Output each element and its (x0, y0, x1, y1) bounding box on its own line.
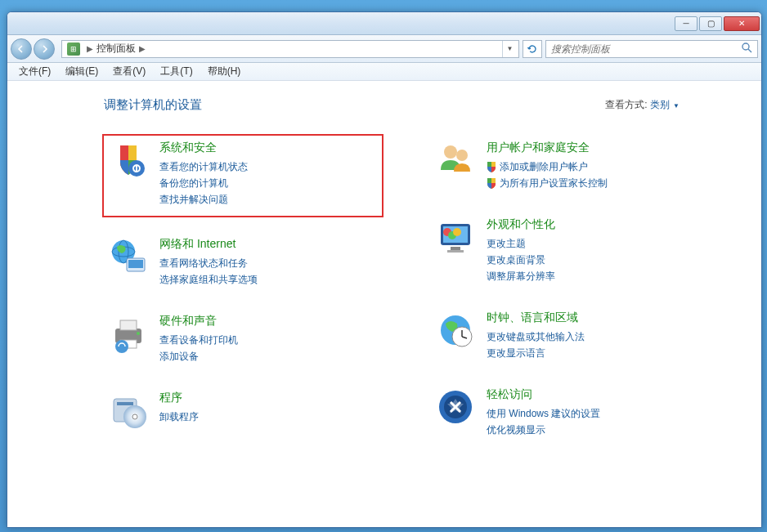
forward-button[interactable] (34, 38, 55, 60)
category-title-link[interactable]: 轻松访问 (487, 387, 704, 402)
close-button[interactable]: ✕ (724, 16, 760, 31)
category-sublink[interactable]: 使用 Windows 建议的设置 (487, 405, 704, 422)
category-sublink[interactable]: 添加或删除用户帐户 (487, 159, 704, 175)
address-dropdown-button[interactable]: ▼ (502, 41, 517, 57)
chevron-down-icon: ▼ (671, 102, 680, 110)
category-system-security: 系统和安全查看您的计算机状态备份您的计算机查找并解决问题 (102, 134, 384, 217)
category-sublink[interactable]: 查看设备和打印机 (159, 332, 377, 348)
categories-right-column: 用户帐户和家庭安全添加或删除用户帐户为所有用户设置家长控制外观和个性化更改主题更… (431, 136, 709, 443)
svg-rect-15 (117, 402, 133, 405)
category-sublink[interactable]: 查找并解决问题 (159, 191, 377, 208)
category-sublink[interactable]: 更改键盘或其他输入法 (487, 329, 704, 345)
view-by-dropdown[interactable]: 类别 ▼ (650, 99, 680, 110)
svg-point-18 (444, 145, 457, 159)
shield-icon (109, 141, 148, 180)
breadcrumb-item[interactable]: 控制面板 (96, 42, 136, 56)
category-sublink[interactable]: 选择家庭组和共享选项 (159, 271, 377, 288)
category-sublink[interactable]: 备份您的计算机 (159, 175, 377, 191)
content-header: 调整计算机的设置 查看方式: 类别 ▼ (104, 97, 761, 113)
page-title: 调整计算机的设置 (104, 97, 202, 113)
category-sublink[interactable]: 查看网络状态和任务 (159, 255, 377, 271)
uac-shield-icon (487, 177, 496, 189)
back-button[interactable] (11, 38, 32, 60)
svg-rect-3 (136, 165, 137, 172)
category-title-link[interactable]: 时钟、语言和区域 (487, 311, 704, 325)
category-sublink[interactable]: 优化视频显示 (487, 422, 704, 438)
uac-shield-icon (487, 161, 496, 172)
category-network-internet: 网络和 Internet查看网络状态和任务选择家庭组和共享选项 (104, 232, 382, 293)
category-sublink[interactable]: 更改主题 (487, 235, 704, 252)
category-clock-region: 时钟、语言和区域更改键盘或其他输入法更改显示语言 (431, 306, 709, 366)
category-body: 硬件和声音查看设备和打印机添加设备 (159, 314, 377, 364)
clock-icon (436, 311, 475, 350)
svg-rect-10 (120, 320, 137, 330)
menu-edit[interactable]: 编辑(E) (59, 63, 105, 80)
category-body: 轻松访问使用 Windows 建议的设置优化视频显示 (487, 387, 704, 438)
view-by-label: 查看方式: (605, 99, 647, 110)
maximize-button[interactable]: ▢ (699, 16, 722, 31)
category-title-link[interactable]: 网络和 Internet (159, 237, 377, 252)
breadcrumb-separator-icon: ▶ (87, 44, 93, 53)
category-sublink[interactable]: 调整屏幕分辨率 (487, 268, 704, 284)
svg-rect-23 (447, 250, 464, 253)
arrow-right-icon (40, 45, 48, 53)
categories-left-column: 系统和安全查看您的计算机状态备份您的计算机查找并解决问题网络和 Internet… (104, 136, 382, 443)
svg-point-0 (742, 43, 749, 50)
svg-line-1 (748, 49, 751, 52)
category-sublink[interactable]: 更改显示语言 (487, 345, 704, 361)
category-body: 外观和个性化更改主题更改桌面背景调整屏幕分辨率 (487, 217, 704, 284)
minimize-button[interactable]: ─ (675, 16, 697, 31)
navigation-bar: ⊞ ▶ 控制面板 ▶ ▼ (7, 35, 761, 63)
category-sublink[interactable]: 添加设备 (159, 348, 377, 364)
search-box[interactable] (545, 40, 758, 58)
users-icon (436, 141, 475, 180)
svg-point-26 (453, 228, 461, 236)
control-panel-window: ─ ▢ ✕ ⊞ ▶ 控制面板 ▶ ▼ (7, 11, 762, 528)
breadcrumb-separator-icon: ▶ (139, 44, 146, 53)
category-title-link[interactable]: 系统和安全 (159, 141, 377, 155)
category-sublink[interactable]: 卸载程序 (159, 409, 377, 425)
arrow-left-icon (17, 45, 25, 53)
svg-rect-22 (451, 247, 460, 250)
nav-history-buttons (11, 38, 55, 60)
printer-icon (109, 314, 148, 353)
view-by-control: 查看方式: 类别 ▼ (605, 98, 680, 112)
monitor-icon (436, 217, 475, 257)
category-user-accounts: 用户帐户和家庭安全添加或删除用户帐户为所有用户设置家长控制 (431, 136, 709, 196)
svg-rect-8 (128, 260, 143, 268)
categories-grid: 系统和安全查看您的计算机状态备份您的计算机查找并解决问题网络和 Internet… (104, 136, 761, 443)
menu-bar: 文件(F) 编辑(E) 查看(V) 工具(T) 帮助(H) (7, 63, 761, 81)
category-sublink[interactable]: 更改桌面背景 (487, 252, 704, 268)
category-body: 程序卸载程序 (159, 391, 377, 430)
category-title-link[interactable]: 程序 (159, 391, 377, 405)
category-title-link[interactable]: 用户帐户和家庭安全 (487, 141, 704, 155)
category-ease-access: 轻松访问使用 Windows 建议的设置优化视频显示 (431, 382, 709, 443)
category-body: 时钟、语言和区域更改键盘或其他输入法更改显示语言 (487, 311, 704, 361)
content-area: 调整计算机的设置 查看方式: 类别 ▼ 系统和安全查看您的计算机状态备份您的计算… (7, 81, 761, 527)
ease-icon (436, 387, 475, 427)
menu-tools[interactable]: 工具(T) (154, 63, 199, 80)
menu-file[interactable]: 文件(F) (12, 63, 57, 80)
menu-view[interactable]: 查看(V) (106, 63, 152, 80)
svg-point-19 (456, 150, 468, 161)
svg-point-12 (137, 332, 140, 335)
address-bar[interactable]: ⊞ ▶ 控制面板 ▶ ▼ (61, 40, 519, 58)
category-programs: 程序卸载程序 (104, 386, 382, 435)
titlebar: ─ ▢ ✕ (7, 12, 761, 35)
category-title-link[interactable]: 硬件和声音 (159, 314, 377, 329)
category-appearance: 外观和个性化更改主题更改桌面背景调整屏幕分辨率 (431, 212, 709, 289)
category-body: 系统和安全查看您的计算机状态备份您的计算机查找并解决问题 (159, 141, 377, 208)
control-panel-icon: ⊞ (67, 42, 80, 56)
globe-icon (109, 237, 148, 276)
menu-help[interactable]: 帮助(H) (201, 63, 248, 80)
category-sublink[interactable]: 查看您的计算机状态 (159, 159, 377, 175)
category-sublink[interactable]: 为所有用户设置家长控制 (487, 175, 704, 191)
category-body: 用户帐户和家庭安全添加或删除用户帐户为所有用户设置家长控制 (487, 141, 704, 191)
search-input[interactable] (551, 43, 742, 55)
refresh-button[interactable] (523, 40, 542, 58)
search-icon[interactable] (742, 42, 752, 56)
category-body: 网络和 Internet查看网络状态和任务选择家庭组和共享选项 (159, 237, 377, 288)
category-title-link[interactable]: 外观和个性化 (487, 217, 704, 232)
disc-icon (109, 391, 148, 430)
svg-point-13 (115, 340, 128, 353)
